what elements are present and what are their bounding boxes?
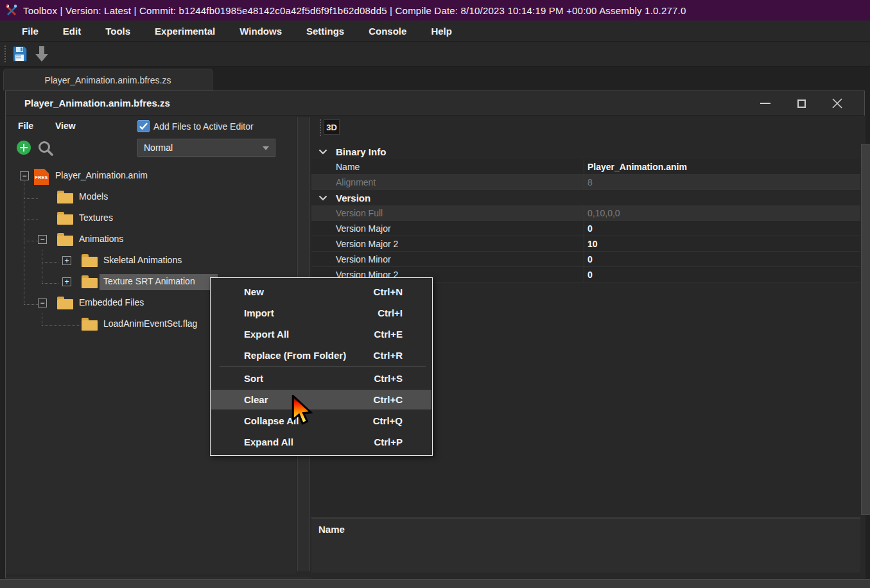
- file-panel-toolrow: Normal: [6, 139, 296, 160]
- context-menu-replace-from-folder[interactable]: Replace (From Folder) Ctrl+R: [211, 345, 432, 366]
- collapse-expander-icon[interactable]: −: [38, 235, 47, 244]
- shortcut-label: Ctrl+S: [374, 373, 403, 384]
- tree-item-label: Animations: [79, 234, 123, 244]
- mouse-cursor-icon: [290, 395, 316, 428]
- minimize-button[interactable]: [747, 91, 783, 116]
- tab-label: Player_Animation.anim.bfres.zs: [45, 75, 171, 85]
- context-menu-clear[interactable]: Clear Ctrl+C: [211, 389, 432, 410]
- property-row-name[interactable]: Name Player_Animation.anim: [311, 159, 860, 175]
- menu-separator: [220, 367, 426, 367]
- menu-file[interactable]: File: [14, 23, 46, 39]
- save-icon: [12, 46, 28, 62]
- checkmark-icon: [139, 123, 148, 130]
- tree-item-label: LoadAnimEventSet.flag: [103, 318, 197, 329]
- shortcut-label: Ctrl+R: [374, 350, 403, 361]
- category-version[interactable]: Version: [311, 190, 860, 205]
- folder-icon: [82, 320, 98, 331]
- save-button[interactable]: [12, 45, 28, 63]
- help-box-title: Name: [318, 524, 860, 535]
- add-files-checkbox[interactable]: [137, 120, 150, 132]
- tree-context-menu: New Ctrl+N Import Ctrl+I Export All Ctrl…: [210, 277, 433, 456]
- app-window: Toolbox | Version: Latest | Commit: b124…: [0, 0, 870, 588]
- file-panel-menu-view[interactable]: View: [55, 121, 76, 131]
- collapse-expander-icon[interactable]: −: [38, 298, 47, 307]
- maximize-button[interactable]: [783, 91, 819, 116]
- window-title: Toolbox | Version: Latest | Commit: b124…: [23, 5, 686, 16]
- tabstrip: Player_Animation.anim.bfres.zs: [0, 67, 870, 91]
- property-help-box: Name: [311, 517, 860, 573]
- context-menu-export-all[interactable]: Export All Ctrl+E: [211, 324, 432, 345]
- menu-help[interactable]: Help: [423, 23, 460, 39]
- file-panel-menu-file[interactable]: File: [18, 121, 33, 131]
- property-row-version-full: Version Full 0,10,0,0: [311, 205, 860, 221]
- menu-settings[interactable]: Settings: [299, 23, 352, 39]
- menubar: File Edit Tools Experimental Windows Set…: [0, 21, 870, 42]
- toolbar-grip: [320, 119, 323, 136]
- tree-item-label: Player_Animation.anim: [55, 170, 148, 180]
- context-menu-expand-all[interactable]: Expand All Ctrl+P: [211, 431, 432, 453]
- add-file-button[interactable]: [17, 141, 31, 155]
- folder-icon: [82, 278, 98, 288]
- property-grid-scrollbar[interactable]: [861, 144, 870, 515]
- tree-item-animations[interactable]: − Animations: [6, 230, 296, 248]
- close-button[interactable]: [819, 91, 855, 116]
- tree-item-skeletal-animations[interactable]: + Skeletal Animations: [6, 252, 296, 270]
- tab-player-animation[interactable]: Player_Animation.anim.bfres.zs: [3, 69, 213, 91]
- menu-console[interactable]: Console: [361, 23, 414, 39]
- folder-icon: [57, 299, 73, 309]
- tree-item-label: Models: [79, 191, 108, 202]
- tree-item-label: Embedded Files: [79, 297, 144, 307]
- shortcut-label: Ctrl+P: [374, 437, 403, 447]
- statusbar: [0, 579, 870, 588]
- menu-tools[interactable]: Tools: [98, 23, 138, 39]
- expand-expander-icon[interactable]: +: [62, 256, 71, 265]
- shortcut-label: Ctrl+N: [374, 286, 403, 297]
- search-button[interactable]: [37, 140, 54, 157]
- tree-item-models[interactable]: Models: [6, 188, 296, 206]
- shortcut-label: Ctrl+Q: [373, 415, 403, 426]
- fres-file-icon: FRES: [34, 169, 49, 185]
- file-panel-menubar: File View Add Files to Active Editor: [6, 118, 296, 137]
- folder-icon: [82, 257, 98, 267]
- titlebar: Toolbox | Version: Latest | Commit: b124…: [0, 0, 870, 21]
- collapse-expander-icon[interactable]: −: [20, 171, 29, 180]
- chevron-down-icon: [318, 149, 328, 155]
- close-icon: [832, 98, 842, 108]
- category-binary-info[interactable]: Binary Info: [311, 144, 860, 159]
- tree-item-label: Textures: [79, 212, 113, 223]
- context-menu-import[interactable]: Import Ctrl+I: [211, 302, 432, 324]
- download-button[interactable]: [33, 45, 50, 63]
- tree-item-textures[interactable]: Textures: [6, 209, 296, 227]
- toolbar-grip: [4, 46, 8, 62]
- expand-expander-icon[interactable]: +: [62, 277, 71, 286]
- property-row-version-major-2[interactable]: Version Major 2 10: [311, 236, 860, 252]
- search-icon: [37, 140, 54, 157]
- chevron-down-icon: [263, 146, 269, 150]
- tree-item-label: Skeletal Animations: [103, 255, 182, 265]
- property-row-version-major[interactable]: Version Major 0: [311, 221, 860, 236]
- menu-windows[interactable]: Windows: [232, 23, 290, 39]
- editor-title: Player_Animation.anim.bfres.zs: [24, 98, 170, 108]
- shortcut-label: Ctrl+C: [374, 394, 403, 405]
- context-menu-sort[interactable]: Sort Ctrl+S: [211, 368, 432, 389]
- filter-dropdown-value: Normal: [144, 143, 173, 153]
- folder-icon: [57, 214, 73, 225]
- menu-edit[interactable]: Edit: [55, 23, 89, 39]
- folder-icon: [57, 236, 73, 246]
- add-files-checkbox-label[interactable]: Add Files to Active Editor: [153, 121, 254, 132]
- folder-icon: [57, 193, 73, 203]
- property-row-version-minor[interactable]: Version Minor 0: [311, 252, 860, 267]
- context-menu-new[interactable]: New Ctrl+N: [211, 281, 432, 302]
- editor-titlebar[interactable]: Player_Animation.anim.bfres.zs: [6, 91, 864, 116]
- menu-experimental[interactable]: Experimental: [147, 23, 223, 39]
- tree-item-player-animation[interactable]: − FRES Player_Animation.anim: [6, 167, 296, 185]
- property-row-alignment: Alignment 8: [311, 175, 860, 190]
- filter-dropdown[interactable]: Normal: [137, 139, 275, 157]
- chevron-down-icon: [318, 195, 328, 201]
- view-3d-button[interactable]: 3D: [324, 119, 340, 135]
- editor-window: Player_Animation.anim.bfres.zs File View: [5, 91, 865, 578]
- editor-window-controls: [747, 91, 855, 116]
- viewport-toolbar: 3D: [311, 118, 866, 139]
- context-menu-collapse-all[interactable]: Collapse All Ctrl+Q: [211, 410, 432, 431]
- download-arrow-icon: [35, 46, 49, 62]
